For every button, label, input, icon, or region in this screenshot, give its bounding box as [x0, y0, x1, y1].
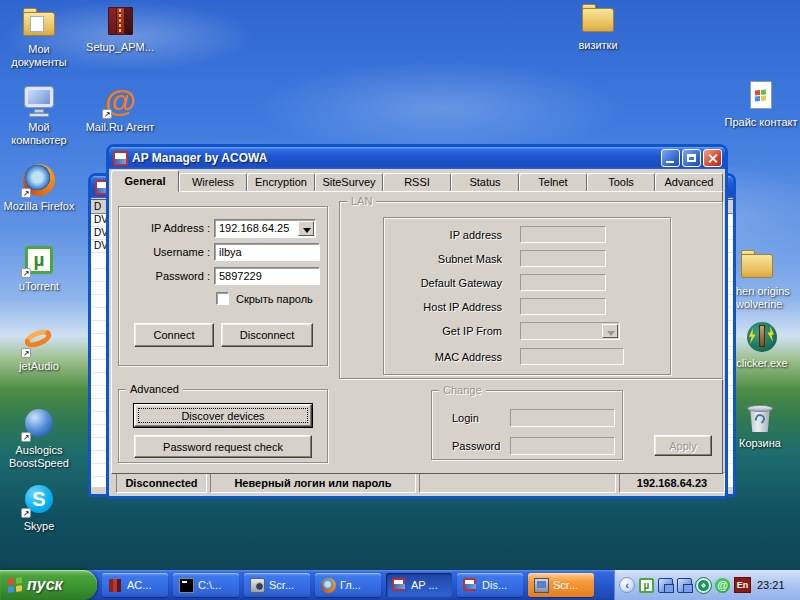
lan-subnet-field [520, 250, 606, 267]
desktop-icon-label: hen origins wolverine [730, 285, 800, 311]
desktop-icon-label: визитки [562, 39, 634, 52]
desktop-icon-skype[interactable]: S ↗ Skype [3, 483, 75, 533]
folder-icon [581, 2, 615, 36]
status-ring-tray-icon[interactable] [696, 578, 711, 593]
ap-manager-icon [463, 578, 478, 593]
maximize-icon [687, 154, 696, 162]
lan-caption: LAN [347, 195, 376, 207]
combo-dropdown-button[interactable] [298, 221, 314, 236]
folder-icon [740, 248, 774, 282]
taskbar-button-screen-flashing[interactable]: Scr... [528, 573, 594, 597]
tray-clock[interactable]: 23:21 [757, 579, 785, 591]
taskbar-button-ap-manager[interactable]: AP ... [386, 573, 452, 597]
tab-status[interactable]: Status [451, 173, 519, 192]
lan-ip-field [520, 226, 606, 243]
change-password-field [510, 437, 615, 455]
desktop-icon-auslogics-boostspeed[interactable]: ↗ Auslogics BoostSpeed [3, 407, 75, 470]
language-indicator[interactable]: En [734, 577, 751, 593]
apply-button: Apply [654, 435, 712, 456]
disconnect-button[interactable]: Disconnect [221, 323, 313, 347]
titlebar[interactable]: AP Manager by ACOWA [109, 147, 725, 169]
status-extra [419, 472, 616, 493]
desktop-icon-label: Skype [3, 520, 75, 533]
discover-devices-button[interactable]: Discover devices [134, 404, 312, 427]
desktop: Мои документы Setup_APM... Мой компьютер… [0, 0, 800, 600]
desktop-icon-label: uTorrent [3, 280, 75, 293]
globe-icon: ↗ [22, 407, 56, 441]
change-caption: Change [439, 384, 486, 396]
connect-button[interactable]: Connect [134, 323, 214, 347]
lan-ip-label: IP address [362, 229, 502, 241]
lan-host-field [520, 298, 606, 315]
screen-icon [534, 578, 549, 593]
taskbar-button-firefox[interactable]: Гл... [315, 573, 381, 597]
tab-advanced[interactable]: Advanced [655, 173, 723, 192]
tab-encryption[interactable]: Encryption [247, 173, 315, 192]
username-label: Username : [120, 246, 210, 258]
status-message: Неверный логин или пароль [210, 472, 416, 493]
ap-manager-window: AP Manager by ACOWA General Wireless Enc… [106, 144, 728, 499]
hide-password-label[interactable]: Скрыть пароль [236, 293, 313, 305]
windows-file-icon [744, 79, 778, 113]
desktop-icon-label: Setup_APM... [84, 41, 156, 54]
mailru-at-icon: @ ↗ [103, 84, 137, 118]
desktop-icon-wolverine-folder[interactable]: hen origins wolverine [730, 248, 800, 311]
desktop-icon-utorrent[interactable]: µ ↗ uTorrent [3, 243, 75, 293]
taskbar-button-discover[interactable]: Dis... [457, 573, 523, 597]
taskbar-button-winrar[interactable]: AC... [102, 573, 168, 597]
desktop-icon-price-contact[interactable]: Прайс контакт [722, 79, 800, 129]
desktop-icon-label: Auslogics BoostSpeed [3, 444, 75, 470]
hide-password-checkbox[interactable] [216, 292, 229, 305]
tab-page-general: IP Address : 192.168.64.25 Username : Pa… [111, 191, 723, 474]
taskbar-button-cmd[interactable]: C:\... [173, 573, 239, 597]
firefox-icon: ↗ [22, 163, 56, 197]
skype-icon: S ↗ [22, 483, 56, 517]
taskbar-button-screenshot[interactable]: Scr... [244, 573, 310, 597]
desktop-icon-clicker[interactable]: clicker.exe [726, 320, 798, 370]
ip-address-label: IP Address : [120, 222, 210, 234]
start-button[interactable]: пуск [0, 570, 97, 600]
minimize-button[interactable] [661, 149, 680, 167]
desktop-icon-label: Мои документы [3, 43, 75, 69]
desktop-icon-my-computer[interactable]: Мой компьютер [3, 84, 75, 147]
shortcut-arrow-icon: ↗ [102, 109, 112, 119]
tab-rssi[interactable]: RSSI [383, 173, 451, 192]
tab-telnet[interactable]: Telnet [519, 173, 587, 192]
lan-gateway-field [520, 274, 606, 291]
network-tray-icon[interactable] [658, 578, 673, 593]
utorrent-icon: µ ↗ [22, 243, 56, 277]
tab-tools[interactable]: Tools [587, 173, 655, 192]
advanced-caption: Advanced [126, 383, 183, 395]
desktop-icon-label: clicker.exe [726, 357, 798, 370]
desktop-icon-mailru-agent[interactable]: @ ↗ Mail.Ru Агент [84, 84, 156, 134]
network-tray-icon[interactable] [677, 578, 692, 593]
desktop-icon-my-documents[interactable]: Мои документы [3, 6, 75, 69]
maximize-button[interactable] [682, 149, 701, 167]
utorrent-tray-icon[interactable]: µ [639, 578, 654, 593]
change-login-label: Login [452, 412, 479, 424]
mailru-tray-icon[interactable]: @ [715, 578, 730, 593]
tab-general[interactable]: General [111, 170, 179, 192]
password-field[interactable] [214, 267, 320, 285]
close-button[interactable] [703, 149, 722, 167]
shortcut-arrow-icon: ↗ [21, 432, 31, 442]
desktop-icon-jetaudio[interactable]: ↗ jetAudio [3, 323, 75, 373]
desktop-icon-label: jetAudio [3, 360, 75, 373]
tab-wireless[interactable]: Wireless [179, 173, 247, 192]
desktop-icon-label: Прайс контакт [722, 116, 800, 129]
desktop-icon-vizitki[interactable]: визитки [562, 2, 634, 52]
status-connection: Disconnected [116, 472, 207, 493]
ap-manager-icon [113, 151, 128, 166]
window-title: AP Manager by ACOWA [132, 151, 267, 165]
desktop-icon-setup-apm[interactable]: Setup_APM... [84, 4, 156, 54]
username-field[interactable] [214, 243, 320, 261]
ap-manager-icon [392, 578, 407, 593]
ip-address-combo[interactable]: 192.168.64.25 [214, 219, 316, 238]
password-request-check-button[interactable]: Password request check [134, 435, 312, 458]
desktop-icon-mozilla-firefox[interactable]: ↗ Mozilla Firefox [3, 163, 75, 213]
tray-collapse-chevron-icon[interactable]: ‹ [619, 577, 635, 593]
lan-getip-label: Get IP From [362, 325, 502, 337]
tab-sitesurvey[interactable]: SiteSurvey [315, 173, 383, 192]
lan-host-label: Host IP Address [362, 301, 502, 313]
windows-logo-icon [8, 577, 22, 593]
